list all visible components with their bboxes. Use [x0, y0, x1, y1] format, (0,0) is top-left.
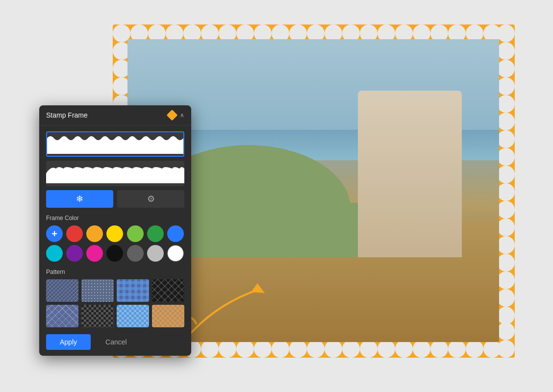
svg-point-68	[497, 113, 515, 130]
svg-point-41	[413, 340, 430, 358]
svg-point-34	[289, 340, 307, 358]
svg-point-36	[325, 340, 342, 358]
color-light-gray[interactable]	[147, 245, 164, 262]
svg-point-30	[219, 340, 236, 358]
svg-point-40	[395, 340, 413, 358]
panel-title: Stamp Frame	[46, 111, 88, 119]
pattern-diamond[interactable]	[46, 305, 78, 327]
svg-point-39	[377, 340, 395, 358]
svg-point-42	[430, 340, 448, 358]
svg-point-77	[497, 271, 515, 289]
svg-point-31	[236, 340, 254, 358]
pattern-label: Pattern	[46, 269, 184, 275]
panel-header: Stamp Frame ∧	[39, 105, 191, 125]
panel-body: ❄ ⚙ Frame Color + Pattern	[39, 125, 191, 356]
svg-point-75	[497, 236, 515, 254]
svg-point-70	[497, 148, 515, 166]
pattern-star[interactable]	[152, 279, 184, 302]
color-white[interactable]	[167, 245, 184, 262]
frame-preview-2[interactable]	[46, 161, 184, 186]
svg-point-38	[360, 340, 377, 358]
svg-point-80	[497, 322, 515, 340]
panel-header-controls: ∧	[168, 111, 184, 119]
svg-point-79	[497, 307, 515, 324]
color-cyan[interactable]	[46, 245, 63, 262]
pattern-crosshatch[interactable]	[46, 279, 78, 302]
svg-point-33	[272, 340, 289, 358]
pattern-warm[interactable]	[152, 305, 184, 327]
svg-point-37	[342, 340, 360, 358]
svg-point-73	[497, 201, 515, 219]
color-blue[interactable]	[167, 225, 184, 242]
svg-point-45	[483, 340, 501, 358]
pattern-dots[interactable]	[81, 279, 114, 302]
frame-color-label: Frame Color	[46, 215, 184, 221]
action-row: Apply Cancel	[46, 334, 184, 350]
color-green[interactable]	[147, 225, 164, 242]
svg-point-46	[497, 340, 515, 358]
pattern-check-blue[interactable]	[117, 279, 149, 302]
pattern-check-blue2[interactable]	[117, 305, 149, 327]
color-grid: +	[46, 225, 184, 262]
chevron-up-icon[interactable]: ∧	[180, 112, 184, 119]
svg-point-72	[497, 183, 515, 201]
svg-point-69	[497, 130, 515, 148]
color-purple[interactable]	[66, 245, 83, 262]
svg-point-67	[497, 95, 515, 113]
svg-point-43	[448, 340, 466, 358]
svg-point-71	[497, 166, 515, 183]
svg-point-29	[201, 340, 219, 358]
cancel-button[interactable]: Cancel	[96, 334, 137, 350]
svg-point-64	[497, 42, 515, 60]
svg-point-78	[497, 289, 515, 307]
color-red[interactable]	[66, 225, 83, 242]
pattern-checker[interactable]	[81, 305, 114, 327]
color-yellow[interactable]	[106, 225, 123, 242]
pattern-grid	[46, 279, 184, 327]
color-pink[interactable]	[86, 245, 103, 262]
svg-point-44	[466, 340, 483, 358]
svg-point-65	[497, 60, 515, 77]
tab-row: ❄ ⚙	[46, 190, 184, 208]
color-light-green[interactable]	[127, 225, 144, 242]
stamp-frame-panel: Stamp Frame ∧ ❄ ⚙ F	[39, 105, 191, 356]
svg-point-66	[497, 77, 515, 95]
color-dark-gray[interactable]	[127, 245, 144, 262]
tab-gear[interactable]: ⚙	[117, 190, 184, 208]
color-black[interactable]	[106, 245, 123, 262]
color-add-button[interactable]: +	[46, 225, 63, 242]
svg-point-74	[497, 219, 515, 236]
svg-point-32	[254, 340, 272, 358]
color-orange[interactable]	[86, 225, 103, 242]
svg-point-76	[497, 254, 515, 271]
tab-snowflake[interactable]: ❄	[46, 190, 113, 208]
diamond-icon	[167, 110, 178, 121]
svg-point-35	[307, 340, 325, 358]
apply-button[interactable]: Apply	[46, 334, 91, 350]
svg-point-23	[497, 24, 515, 42]
frame-preview-1[interactable]	[46, 131, 184, 157]
